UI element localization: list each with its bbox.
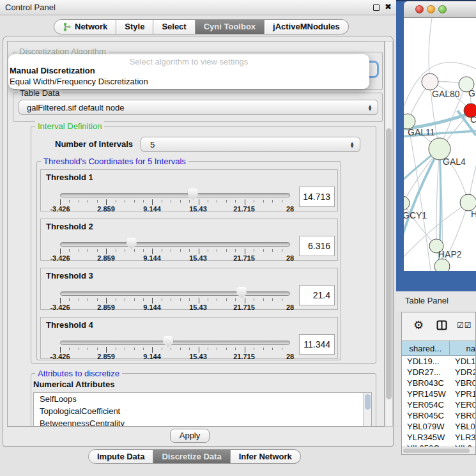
slider-scale-labels: -3.4262.8599.14415.4321.71528 <box>60 254 291 262</box>
threshold-slider-thumb[interactable] <box>236 287 247 298</box>
cell-shared-name[interactable]: YDL19... <box>402 356 452 367</box>
table-row[interactable]: YPR145WYPR1 <box>402 388 475 399</box>
cell-name[interactable]: YBR0 <box>452 378 475 388</box>
table-panel-titlebar: Table Panel <box>396 291 476 311</box>
network-canvas[interactable]: GAL80GCGAL11GAL4GCY1HHAP2 <box>404 18 476 271</box>
numerical-attributes-label: Numerical Attributes <box>33 380 114 389</box>
slider-ticks <box>60 199 291 205</box>
table-horizontal-scrollbar[interactable] <box>402 447 475 454</box>
threshold-slider-track[interactable] <box>60 242 290 247</box>
cell-name[interactable]: YBL0 <box>452 421 475 432</box>
split-columns-icon[interactable] <box>436 320 447 331</box>
table-rows: YDL19...YDL1YDR27...YDR2YBR043CYBR0YPR14… <box>402 356 475 448</box>
threshold-value-field[interactable]: 6.316 <box>299 236 335 256</box>
control-panel-titlebar: Control Panel ✖ <box>0 0 396 15</box>
tab-select[interactable]: Select <box>153 19 195 35</box>
cell-shared-name[interactable]: YBR045C <box>402 410 452 421</box>
option-manual-discretization[interactable]: Manual Discretization <box>10 66 95 75</box>
network-window-titlebar[interactable] <box>404 1 476 18</box>
scale-tick-label: 15.43 <box>179 353 217 360</box>
cell-name[interactable]: YPR1 <box>452 388 475 399</box>
table-data-combo-value: galFiltered.sif default node <box>19 103 365 112</box>
tab-jactivemnodules[interactable]: jActiveMNodules <box>265 19 349 35</box>
slider-ticks <box>60 249 291 254</box>
scale-tick-label: 21.715 <box>225 303 263 311</box>
threshold-slider-track[interactable] <box>60 291 290 296</box>
table-row[interactable]: YLR345WYLR3 <box>402 432 475 443</box>
scale-tick-label: 9.144 <box>133 353 171 360</box>
threshold-slider-thumb[interactable] <box>188 188 198 200</box>
option-equal-width-frequency[interactable]: Equal Width/Frequency Discretization <box>10 77 148 86</box>
scale-tick-label: 21.715 <box>225 353 263 360</box>
threshold-label: Threshold 1 <box>46 173 93 182</box>
algorithm-dropdown-popup: Select algorithm to view settings Manual… <box>8 54 369 89</box>
scale-tick-label: 15.43 <box>179 303 217 311</box>
threshold-slider-track[interactable] <box>60 341 290 345</box>
close-traffic-light-icon[interactable] <box>415 5 424 13</box>
tab-network-label: Network <box>75 20 107 34</box>
scale-tick-label: -3.426 <box>41 353 79 360</box>
cell-name[interactable]: YBR0 <box>452 410 475 421</box>
table-data-combo[interactable]: galFiltered.sif default node ▲▼ <box>19 100 378 115</box>
tab-discretize-data[interactable]: Discretize Data <box>153 449 230 464</box>
cell-name[interactable]: YDR2 <box>452 367 475 378</box>
table-data-label: Table Data <box>17 88 62 98</box>
table-row[interactable]: YBR045CYBR0 <box>402 410 475 421</box>
cell-name[interactable]: YDL1 <box>452 356 475 367</box>
checkbox-checked-icon[interactable]: ☑☑ <box>457 321 472 330</box>
column-header-shared-name[interactable]: shared... <box>402 341 450 355</box>
cell-name[interactable]: YLR3 <box>452 432 475 443</box>
network-node-label: C <box>470 114 476 125</box>
cell-shared-name[interactable]: YBL079W <box>402 421 452 432</box>
cell-name[interactable]: YER0 <box>452 399 475 410</box>
cell-shared-name[interactable]: YLR345W <box>402 432 452 443</box>
threshold-slider-thumb[interactable] <box>163 336 173 348</box>
attribute-list-item[interactable]: TopologicalCoefficient <box>34 405 371 417</box>
apply-button[interactable]: Apply <box>170 429 210 443</box>
window-title: Control Panel <box>5 3 56 12</box>
numerical-attributes-list[interactable]: SelfLoopsTopologicalCoefficientBetweenne… <box>33 392 372 427</box>
scale-tick-label: 9.144 <box>133 254 171 262</box>
scale-tick-label: 2.859 <box>87 205 125 213</box>
threshold-value-field[interactable]: 11.344 <box>299 334 335 355</box>
tab-cyni-toolbox[interactable]: Cyni Toolbox <box>196 19 265 35</box>
attributes-scrollbar[interactable] <box>363 393 371 427</box>
zoom-traffic-light-icon[interactable] <box>438 5 447 13</box>
network-graph: GAL80GCGAL11GAL4GCY1HHAP2 <box>404 18 476 271</box>
column-header-name[interactable]: na <box>450 341 475 355</box>
threshold-value-field[interactable]: 21.4 <box>299 285 335 305</box>
tab-style[interactable]: Style <box>116 19 153 35</box>
panel-scrollbar-thumb[interactable] <box>386 128 392 399</box>
slider-scale-labels: -3.4262.8599.14415.4321.71528 <box>60 303 291 311</box>
interval-definition-label: Interval Definition <box>35 121 104 131</box>
algorithm-hint: Select algorithm to view settings <box>8 57 369 66</box>
network-view-window: GAL80GCGAL11GAL4GCY1HHAP2 <box>396 0 476 291</box>
network-node-label: HAP2 <box>438 249 462 259</box>
tab-network[interactable]: Network <box>54 19 116 35</box>
close-icon[interactable]: ✖ <box>385 2 392 12</box>
attribute-list-item[interactable]: BetweennessCentrality <box>34 417 371 427</box>
cell-shared-name[interactable]: YPR145W <box>402 388 452 399</box>
table-row[interactable]: YDR27...YDR2 <box>402 367 475 378</box>
cell-shared-name[interactable]: YER054C <box>402 399 452 410</box>
network-node-label: GAL80 <box>432 89 460 99</box>
threshold-slider-thumb[interactable] <box>127 238 137 249</box>
minimize-traffic-light-icon[interactable] <box>427 5 435 13</box>
tab-infer-network[interactable]: Infer Network <box>231 449 301 464</box>
number-of-intervals-value: 5 <box>141 140 348 150</box>
threshold-value-field[interactable]: 14.713 <box>299 187 335 207</box>
threshold-slider-track[interactable] <box>60 193 290 197</box>
table-row[interactable]: YBR043CYBR0 <box>402 378 475 388</box>
table-row[interactable]: YER054CYER0 <box>402 399 475 410</box>
number-of-intervals-combo[interactable]: 5 ▲▼ <box>141 137 360 152</box>
cell-shared-name[interactable]: YDR27... <box>402 367 452 378</box>
attribute-list-item[interactable]: SelfLoops <box>34 393 371 405</box>
threshold-panel: Threshold 4 -3.4262.8599.14415.4321.7152… <box>40 317 338 359</box>
cell-shared-name[interactable]: YBR043C <box>402 378 452 388</box>
table-row[interactable]: YDL19...YDL1 <box>402 356 475 367</box>
table-row[interactable]: YBL079WYBL0 <box>402 421 475 432</box>
panel-scrollbar[interactable] <box>385 41 393 427</box>
float-window-icon[interactable] <box>373 4 380 11</box>
gear-icon[interactable]: ⚙ <box>413 318 424 332</box>
tab-impute-data[interactable]: Impute Data <box>88 449 153 464</box>
